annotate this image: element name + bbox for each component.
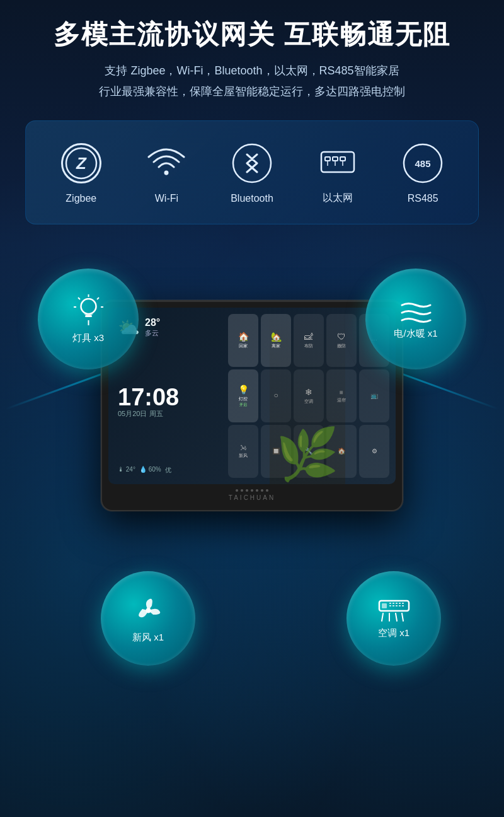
page-wrapper: 多模主流协议网关 互联畅通无阻 支持 Zigbee，Wi-Fi，Bluetoot… [0,0,504,704]
svg-rect-14 [85,315,92,317]
smart-card-home[interactable]: 🏠 回家 [228,314,258,367]
speaker-dot [251,489,253,492]
device-container: 🌿 ⛅ 28° 多云 17:08 05月2 [101,300,403,511]
wifi-icon [146,143,186,183]
smart-card-vent[interactable]: 🌬 新风 [228,425,258,478]
smart-card-scene[interactable]: 📺 [359,369,389,422]
speaker-dot [236,489,238,492]
bubble-light-label: 灯具 x3 [72,332,104,344]
bubble-heat-label: 电/水暖 x1 [394,328,437,340]
zigbee-label: Zigbee [66,193,96,204]
device-section: 灯具 x3 电/水暖 x1 🌿 [25,250,479,678]
svg-rect-5 [325,157,330,161]
fan-icon [131,593,166,628]
weather-desc: 多云 [145,328,160,338]
plant-emoji: 🌿 [276,425,339,484]
ethernet-label: 以太网 [323,192,353,205]
rs485-label: RS485 [408,193,438,204]
device-screen: 🌿 ⛅ 28° 多云 17:08 05月2 [108,308,396,484]
speaker-dot [256,489,258,492]
vent-icon: 🌬 [240,444,246,451]
weather-temp: 28° [145,317,160,328]
protocol-item-rs485: 485 RS485 [401,141,445,204]
svg-line-29 [402,613,403,621]
protocol-card: Z Zigbee Wi-Fi [25,120,479,224]
bubble-ac-label: 空调 x1 [378,627,410,639]
brand-label: TAICHUAN [108,494,396,504]
speaker-dot [246,489,248,492]
svg-line-19 [97,298,99,299]
bluetooth-icon [232,143,272,183]
svg-rect-23 [382,603,387,608]
speaker-dot [261,489,263,492]
bluetooth-label: Bluetooth [231,193,273,204]
bubble-heat: 电/水暖 x1 [365,269,466,369]
svg-line-26 [382,613,383,621]
bubble-fan: 新风 x1 [101,571,195,666]
svg-point-3 [233,144,271,182]
bubble-ac: 空调 x1 [346,571,441,666]
svg-point-13 [81,299,96,314]
env-info: 🌡 24° 💧 60% 优 [118,466,212,475]
env-humidity: 💧 60% [139,466,161,475]
light-ctrl-label: 灯控 [239,396,248,402]
protocol-item-ethernet: 以太网 [316,140,360,205]
smart-card-settings[interactable]: ⚙ [359,425,389,478]
wifi-icon-container [144,141,188,185]
env-temp: 🌡 24° [118,466,135,475]
svg-rect-4 [321,152,354,172]
bubble-light: 灯具 x3 [38,269,139,369]
ethernet-icon-container [316,140,360,184]
time-display: 17:08 [118,385,212,409]
main-title: 多模主流协议网关 互联畅通无阻 [25,19,479,50]
home-label: 回家 [239,343,248,349]
date-display: 05月20日 周五 [118,409,212,419]
wifi-label: Wi-Fi [155,193,178,204]
speaker-dots [108,484,396,494]
ac-icon [377,598,411,623]
sub-title: 支持 Zigbee，Wi-Fi，Bluetooth，以太网，RS485智能家居 … [25,61,479,101]
smart-card-light[interactable]: 💡 灯控 开启 [228,369,258,422]
home-icon: 🏠 [238,332,249,342]
rs485-icon-container: 485 [401,141,445,185]
scene-icon: 📺 [370,392,378,399]
settings-icon: ⚙ [372,448,377,455]
zigbee-icon-container: Z [59,141,103,185]
protocol-item-zigbee: Z Zigbee [59,141,103,204]
ethernet-icon [318,142,358,182]
svg-rect-6 [333,157,338,161]
light-icon [71,294,106,328]
speaker-dot [241,489,243,492]
svg-text:485: 485 [415,158,431,169]
light-status: 开启 [239,402,247,408]
svg-rect-7 [340,157,345,161]
protocol-item-wifi: Wi-Fi [144,141,188,204]
device-frame: 🌿 ⛅ 28° 多云 17:08 05月2 [101,300,403,511]
plant-decoration: 🌿 [270,308,345,484]
light-ctrl-icon: 💡 [238,385,249,395]
sub-title-line2: 行业最强兼容性，保障全屋智能稳定运行，多达四路强电控制 [99,85,405,98]
bubble-fan-label: 新风 x1 [132,632,164,644]
svg-line-17 [78,298,80,299]
svg-point-2 [164,170,169,175]
vent-label: 新风 [239,453,248,459]
svg-text:Z: Z [76,154,87,173]
env-quality: 优 [165,466,171,475]
rs485-icon: 485 [403,143,443,183]
svg-line-28 [396,613,397,621]
heat-icon [399,299,433,324]
sub-title-line1: 支持 Zigbee，Wi-Fi，Bluetooth，以太网，RS485智能家居 [105,64,399,77]
speaker-dot [266,489,268,492]
bluetooth-icon-container [230,141,274,185]
protocol-item-bluetooth: Bluetooth [230,141,274,204]
zigbee-icon: Z [61,143,101,183]
svg-point-21 [146,608,151,613]
